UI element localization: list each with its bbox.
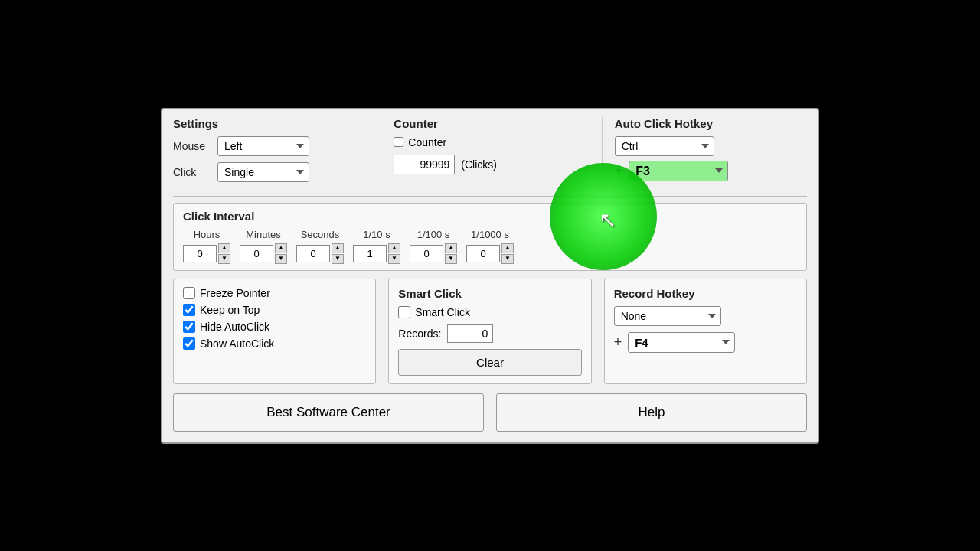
counter-checkbox[interactable]	[394, 137, 403, 147]
click-row: Click Single Double	[173, 162, 365, 182]
interval-input-tenth[interactable]	[353, 245, 387, 262]
record-hotkey-key-select[interactable]: F4 F1 F2 F3 F5	[628, 332, 735, 353]
show-autoclicker-row: Show AutoClick	[183, 337, 366, 350]
clear-button[interactable]: Clear	[398, 349, 581, 376]
counter-value-input[interactable]	[394, 155, 455, 174]
interval-label-tenth: 1/10 s	[363, 229, 390, 240]
mouse-label: Mouse	[173, 140, 211, 152]
show-autoclicker-label: Show AutoClick	[200, 337, 274, 350]
footer-buttons: Best Software Center Help	[173, 393, 807, 432]
record-plus-sign: +	[614, 334, 622, 350]
click-label: Click	[173, 166, 211, 178]
hotkey-title: Auto Click Hotkey	[615, 117, 807, 130]
show-autoclicker-checkbox[interactable]	[183, 337, 195, 350]
settings-block: Settings Mouse Left Right Middle Click S…	[173, 117, 365, 188]
spin-up-hours[interactable]: ▲	[218, 243, 230, 253]
mouse-row: Mouse Left Right Middle	[173, 136, 365, 156]
spin-down-thousandth[interactable]: ▼	[501, 254, 514, 264]
top-section: Settings Mouse Left Right Middle Click S…	[173, 117, 807, 188]
counter-checkbox-label: Counter	[408, 136, 446, 148]
interval-input-minutes[interactable]	[240, 245, 273, 262]
spin-btns-thousandth: ▲ ▼	[501, 243, 514, 264]
counter-value-row: (Clicks)	[394, 155, 586, 174]
counter-checkbox-row: Counter	[394, 136, 586, 148]
keep-on-top-label: Keep on Top	[200, 304, 260, 316]
spin-down-seconds[interactable]: ▼	[332, 254, 344, 264]
interval-title: Click Interval	[183, 210, 797, 223]
plus-sign: +	[615, 163, 623, 179]
keep-on-top-row: Keep on Top	[183, 304, 366, 316]
click-select[interactable]: Single Double	[217, 162, 309, 182]
smart-click-checkbox-row: Smart Click	[398, 306, 581, 318]
interval-spin-tenth: ▲ ▼	[353, 243, 400, 264]
mouse-select[interactable]: Left Right Middle	[217, 136, 309, 156]
spin-btns-minutes: ▲ ▼	[275, 243, 287, 264]
help-button[interactable]: Help	[496, 393, 807, 432]
record-hotkey-key-row: + F4 F1 F2 F3 F5	[614, 332, 797, 353]
app-window: ↖ Settings Mouse Left Right Middle Click…	[161, 108, 819, 444]
freeze-pointer-checkbox[interactable]	[183, 287, 195, 299]
interval-label-thousandth: 1/1000 s	[471, 229, 509, 240]
hide-autoclicker-label: Hide AutoClick	[200, 321, 270, 333]
interval-input-seconds[interactable]	[296, 245, 330, 262]
record-hotkey-block: Record Hotkey None Ctrl Alt Shift + F4 F…	[604, 279, 807, 384]
spin-up-hundredth[interactable]: ▲	[445, 243, 457, 253]
interval-columns: Hours ▲ ▼ Minutes ▲ ▼	[183, 229, 797, 264]
smart-click-checkbox[interactable]	[398, 306, 410, 318]
records-label: Records:	[398, 328, 441, 340]
interval-spin-seconds: ▲ ▼	[296, 243, 344, 264]
spin-btns-hours: ▲ ▼	[218, 243, 230, 264]
interval-input-hours[interactable]	[183, 245, 217, 262]
interval-input-hundredth[interactable]	[410, 245, 443, 262]
interval-col-hours: Hours ▲ ▼	[183, 229, 230, 264]
smart-click-label: Smart Click	[415, 306, 470, 318]
interval-spin-minutes: ▲ ▼	[240, 243, 287, 264]
interval-col-seconds: Seconds ▲ ▼	[296, 229, 344, 264]
record-hotkey-modifier-select[interactable]: None Ctrl Alt Shift	[614, 306, 721, 326]
spin-down-tenth[interactable]: ▼	[388, 254, 400, 264]
freeze-pointer-row: Freeze Pointer	[183, 287, 366, 299]
hotkey-key-select[interactable]: F3 F1 F2 F4 F5	[629, 161, 728, 181]
interval-spin-hundredth: ▲ ▼	[410, 243, 457, 264]
interval-col-tenth: 1/10 s ▲ ▼	[353, 229, 400, 264]
interval-label-hundredth: 1/100 s	[417, 229, 450, 240]
spin-down-hundredth[interactable]: ▼	[445, 254, 457, 264]
interval-section: Click Interval Hours ▲ ▼ Minutes ▲	[173, 203, 807, 271]
best-software-button[interactable]: Best Software Center	[173, 393, 484, 432]
spin-up-thousandth[interactable]: ▲	[501, 243, 514, 253]
interval-label-seconds: Seconds	[301, 229, 340, 240]
interval-spin-thousandth: ▲ ▼	[466, 243, 514, 264]
divider-1	[173, 196, 807, 197]
options-block: Freeze Pointer Keep on Top Hide AutoClic…	[173, 279, 376, 384]
keep-on-top-checkbox[interactable]	[183, 304, 195, 316]
smart-click-block: Smart Click Smart Click Records: Clear	[388, 279, 591, 384]
spin-down-hours[interactable]: ▼	[218, 254, 230, 264]
records-input[interactable]	[447, 324, 493, 343]
hide-autoclicker-row: Hide AutoClick	[183, 321, 366, 333]
counter-block: Counter Counter (Clicks)	[381, 117, 586, 188]
interval-col-minutes: Minutes ▲ ▼	[240, 229, 287, 264]
interval-label-hours: Hours	[194, 229, 220, 240]
records-row: Records:	[398, 324, 581, 343]
spin-down-minutes[interactable]: ▼	[275, 254, 287, 264]
spin-up-minutes[interactable]: ▲	[275, 243, 287, 253]
smart-click-title: Smart Click	[398, 287, 581, 300]
spin-btns-seconds: ▲ ▼	[332, 243, 344, 264]
hide-autoclicker-checkbox[interactable]	[183, 321, 195, 333]
spin-btns-hundredth: ▲ ▼	[445, 243, 457, 264]
interval-input-thousandth[interactable]	[466, 245, 500, 262]
interval-col-hundredth: 1/100 s ▲ ▼	[410, 229, 457, 264]
hotkey-block: Auto Click Hotkey Ctrl Alt Shift Win + F…	[602, 117, 807, 188]
hotkey-modifier-select[interactable]: Ctrl Alt Shift Win	[615, 136, 714, 156]
interval-label-minutes: Minutes	[246, 229, 281, 240]
record-hotkey-title: Record Hotkey	[614, 287, 797, 300]
spin-up-tenth[interactable]: ▲	[388, 243, 400, 253]
hotkey-key-row: + F3 F1 F2 F4 F5	[615, 161, 807, 181]
spin-btns-tenth: ▲ ▼	[388, 243, 400, 264]
interval-col-thousandth: 1/1000 s ▲ ▼	[466, 229, 514, 264]
interval-spin-hours: ▲ ▼	[183, 243, 230, 264]
bottom-section: Freeze Pointer Keep on Top Hide AutoClic…	[173, 279, 807, 384]
spin-up-seconds[interactable]: ▲	[332, 243, 344, 253]
counter-title: Counter	[394, 117, 586, 130]
freeze-pointer-label: Freeze Pointer	[200, 287, 270, 299]
